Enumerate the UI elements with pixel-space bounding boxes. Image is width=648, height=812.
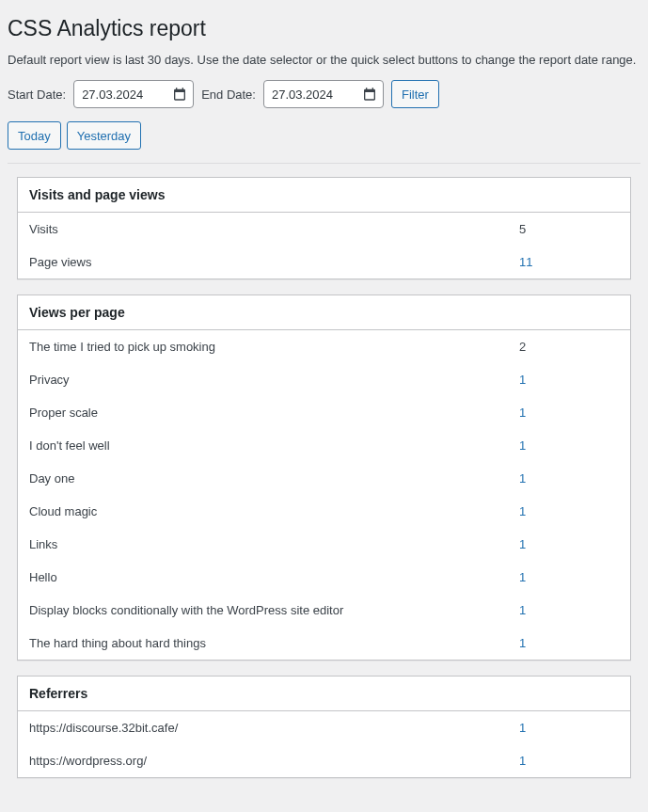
end-date-input[interactable] [272,88,352,102]
row-label: I don't feel well [18,429,508,462]
row-value: 1 [508,363,630,396]
referrers-widget: Referrers https://discourse.32bit.cafe/1… [17,676,631,778]
start-date-input[interactable] [82,88,162,102]
end-date-input-wrapper[interactable] [263,80,384,108]
views-per-page-table: The time I tried to pick up smoking2Priv… [18,330,630,660]
row-label: https://wordpress.org/ [18,744,508,777]
row-label: https://discourse.32bit.cafe/ [18,711,508,744]
row-value: 1 [508,429,630,462]
row-value: 5 [508,213,630,246]
table-row: Day one1 [18,462,630,495]
views-per-page-widget-title: Views per page [18,295,630,330]
row-label: Hello [18,561,508,594]
table-row: The time I tried to pick up smoking2 [18,330,630,363]
row-label: The time I tried to pick up smoking [18,330,508,363]
calendar-icon [172,87,187,102]
row-value: 1 [508,744,630,777]
row-label: Visits [18,213,508,246]
report-area: Visits and page views Visits5Page views1… [8,164,640,778]
row-value-link[interactable]: 1 [519,438,526,453]
row-label: Day one [18,462,508,495]
row-value: 1 [508,627,630,660]
end-date-label: End Date: [201,88,256,102]
row-label: Links [18,528,508,561]
row-value: 1 [508,561,630,594]
start-date-label: Start Date: [8,88,66,102]
referrers-widget-title: Referrers [18,677,630,711]
yesterday-button[interactable]: Yesterday [67,121,141,150]
table-row: Privacy1 [18,363,630,396]
row-value-link[interactable]: 1 [519,603,526,617]
page-description: Default report view is last 30 days. Use… [8,53,640,67]
table-row: The hard thing about hard things1 [18,627,630,660]
page-title: CSS Analytics report [8,8,640,53]
row-value: 1 [508,462,630,495]
table-row: Proper scale1 [18,396,630,429]
row-label: The hard thing about hard things [18,627,508,660]
filter-button[interactable]: Filter [391,80,439,108]
table-row: Hello1 [18,561,630,594]
row-value: 1 [508,594,630,627]
row-label: Display blocks conditionally with the Wo… [18,594,508,627]
table-row: https://wordpress.org/1 [18,744,630,777]
row-label: Page views [18,246,508,279]
views-per-page-widget: Views per page The time I tried to pick … [17,295,631,661]
calendar-icon [362,87,377,102]
row-value-link[interactable]: 1 [519,406,526,420]
row-value-link[interactable]: 1 [519,721,526,735]
table-row: https://discourse.32bit.cafe/1 [18,711,630,744]
row-value-link[interactable]: 1 [519,754,526,768]
table-row: Display blocks conditionally with the Wo… [18,594,630,627]
row-value-link[interactable]: 1 [519,537,526,551]
row-label: Cloud magic [18,495,508,528]
row-value: 1 [508,396,630,429]
row-value: 11 [508,246,630,279]
table-row: Links1 [18,528,630,561]
referrers-table: https://discourse.32bit.cafe/1https://wo… [18,711,630,777]
visits-table: Visits5Page views11 [18,213,630,279]
date-range-controls: Start Date: End Date: Filter [8,80,640,108]
row-label: Privacy [18,363,508,396]
quick-select-buttons: Today Yesterday [8,121,640,164]
visits-widget-title: Visits and page views [18,178,630,213]
row-value-link[interactable]: 1 [519,636,526,650]
row-value-link[interactable]: 1 [519,471,526,486]
row-value: 1 [508,528,630,561]
row-value: 1 [508,711,630,744]
table-row: Cloud magic1 [18,495,630,528]
row-value-link[interactable]: 11 [519,255,532,269]
row-value: 2 [508,330,630,363]
row-value: 1 [508,495,630,528]
row-value-link[interactable]: 1 [519,373,526,387]
visits-widget: Visits and page views Visits5Page views1… [17,177,631,279]
row-label: Proper scale [18,396,508,429]
table-row: Visits5 [18,213,630,246]
row-value-link[interactable]: 1 [519,504,526,518]
table-row: Page views11 [18,246,630,279]
today-button[interactable]: Today [8,121,61,150]
row-value-link[interactable]: 1 [519,570,526,584]
start-date-input-wrapper[interactable] [73,80,194,108]
table-row: I don't feel well1 [18,429,630,462]
